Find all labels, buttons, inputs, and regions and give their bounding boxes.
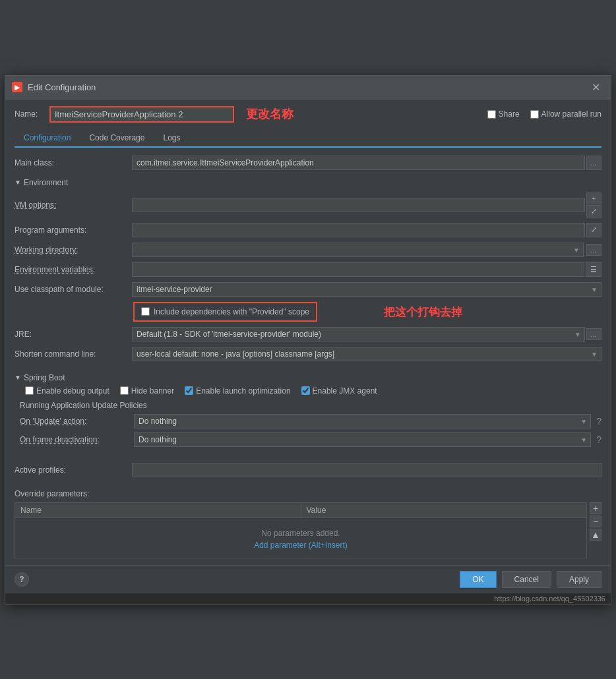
update-action-label: On 'Update' action:	[20, 417, 129, 426]
name-label: Name:	[15, 109, 44, 119]
no-params-text: No parameters added.	[261, 522, 340, 541]
working-dir-select[interactable]	[132, 243, 584, 257]
update-action-select-wrapper: Do nothing Update classes and resources …	[134, 414, 591, 428]
classpath-select[interactable]: itmei-service-provider	[132, 282, 601, 297]
active-profiles-label: Active profiles:	[15, 465, 127, 475]
parallel-run-checkbox-label[interactable]: Allow parallel run	[530, 109, 601, 119]
vm-options-input-wrapper: + ⤢	[132, 192, 601, 218]
move-up-button[interactable]: ▲	[590, 529, 601, 541]
tabs: Configuration Code Coverage Logs	[15, 129, 601, 148]
springboot-arrow-icon: ▼	[15, 374, 21, 381]
include-deps-box: Include dependencies with "Provided" sco…	[133, 302, 317, 322]
vm-options-expand-button[interactable]: ⤢	[586, 205, 601, 218]
program-args-label: Program arguments:	[15, 225, 127, 235]
jre-browse-button[interactable]: ...	[586, 328, 601, 340]
cancel-button[interactable]: Cancel	[502, 571, 551, 588]
override-params-section: Override parameters: Name Value No param…	[15, 489, 601, 558]
vm-options-add-button[interactable]: +	[586, 192, 601, 204]
program-args-expand-button[interactable]: ⤢	[586, 223, 601, 237]
ok-button[interactable]: OK	[460, 571, 496, 588]
include-deps-wrapper: Include dependencies with "Provided" sco…	[133, 302, 317, 322]
close-button[interactable]: ✕	[588, 80, 604, 95]
springboot-checkboxes: Enable debug output Hide banner Enable l…	[25, 386, 601, 396]
name-row: Name: 更改名称 Share Allow parallel run	[15, 106, 601, 123]
jmx-agent-label[interactable]: Enable JMX agent	[301, 386, 377, 396]
name-input[interactable]	[49, 106, 234, 123]
table-side-buttons: + − ▲	[590, 502, 601, 558]
remove-row-button[interactable]: −	[590, 516, 601, 527]
help-button[interactable]: ?	[15, 572, 29, 587]
edit-configuration-dialog: ▶ Edit Configuration ✕ Name: 更改名称 Share …	[5, 75, 611, 605]
share-checkbox[interactable]	[487, 110, 496, 119]
launch-optimization-label[interactable]: Enable launch optimization	[185, 386, 290, 396]
include-deps-label: Include dependencies with "Provided" sco…	[154, 307, 309, 316]
add-param-link[interactable]: Add parameter (Alt+Insert)	[254, 541, 348, 554]
launch-optimization-text: Enable launch optimization	[196, 386, 290, 396]
main-class-input-wrapper: ...	[132, 156, 601, 170]
springboot-section-header[interactable]: ▼ Spring Boot	[15, 373, 601, 382]
apply-button[interactable]: Apply	[557, 571, 601, 588]
main-class-browse-button[interactable]: ...	[586, 156, 601, 170]
tab-configuration[interactable]: Configuration	[15, 129, 80, 148]
jre-select-wrapper: Default (1.8 - SDK of 'itmei-service-pro…	[132, 327, 585, 341]
footer-left: ?	[15, 572, 29, 587]
program-args-row: Program arguments: ⤢	[15, 223, 601, 237]
working-dir-browse-button[interactable]: ...	[586, 244, 601, 256]
update-action-row: On 'Update' action: Do nothing Update cl…	[20, 414, 601, 428]
environment-label: Environment	[24, 178, 68, 187]
update-action-select[interactable]: Do nothing Update classes and resources …	[134, 414, 591, 428]
env-vars-input[interactable]	[132, 262, 584, 277]
jre-row: JRE: Default (1.8 - SDK of 'itmei-servic…	[15, 327, 601, 341]
working-dir-input-wrapper: ▼ ...	[132, 243, 601, 257]
main-class-input[interactable]	[132, 156, 585, 170]
jmx-agent-text: Enable JMX agent	[313, 386, 377, 396]
params-wrapper: Name Value No parameters added. Add para…	[15, 502, 601, 558]
frame-deactivation-label: On frame deactivation:	[20, 435, 129, 444]
vm-options-input[interactable]	[132, 198, 585, 212]
launch-optimization-checkbox[interactable]	[185, 386, 193, 395]
main-class-row: Main class: ...	[15, 156, 601, 170]
params-table-header: Name Value	[15, 503, 586, 518]
share-checkbox-label[interactable]: Share	[487, 109, 520, 119]
env-vars-row: Environment variables: ☰	[15, 262, 601, 277]
frame-deactivation-select-wrapper: Do nothing Update classes and resources …	[134, 432, 591, 447]
working-dir-row: Working directory: ▼ ...	[15, 243, 601, 257]
hide-banner-label[interactable]: Hide banner	[120, 386, 174, 396]
working-dir-select-wrapper: ▼	[132, 243, 584, 257]
include-deps-checkbox[interactable]	[141, 307, 150, 316]
shorten-cmd-select-wrapper: user-local default: none - java [options…	[132, 347, 601, 361]
add-row-button[interactable]: +	[590, 502, 601, 514]
dialog-body: Name: 更改名称 Share Allow parallel run Conf…	[5, 100, 611, 565]
frame-deactivation-row: On frame deactivation: Do nothing Update…	[20, 432, 601, 447]
tab-logs[interactable]: Logs	[154, 129, 189, 148]
classpath-label: Use classpath of module:	[15, 285, 127, 294]
environment-section-header[interactable]: ▼ Environment	[15, 178, 601, 187]
tab-code-coverage[interactable]: Code Coverage	[80, 129, 154, 148]
jre-select[interactable]: Default (1.8 - SDK of 'itmei-service-pro…	[132, 327, 585, 341]
env-vars-input-wrapper: ☰	[132, 262, 601, 277]
jre-input-wrapper: Default (1.8 - SDK of 'itmei-service-pro…	[132, 327, 601, 341]
url-bar: https://blog.csdn.net/qq_45502336	[5, 593, 611, 604]
env-vars-edit-button[interactable]: ☰	[586, 262, 601, 277]
hide-banner-checkbox[interactable]	[120, 386, 129, 395]
configuration-content: Main class: ... ▼ Environment VM options…	[15, 156, 601, 558]
policies-title: Running Application Update Policies	[20, 401, 601, 410]
program-args-input[interactable]	[132, 223, 585, 237]
debug-output-checkbox[interactable]	[25, 386, 34, 395]
frame-deactivation-select[interactable]: Do nothing Update classes and resources …	[134, 432, 591, 447]
jmx-agent-checkbox[interactable]	[301, 386, 310, 395]
shorten-cmd-select[interactable]: user-local default: none - java [options…	[132, 347, 601, 361]
hide-banner-text: Hide banner	[131, 386, 174, 396]
debug-output-label[interactable]: Enable debug output	[25, 386, 109, 396]
dialog-title: Edit Configuration	[28, 82, 582, 92]
main-class-label: Main class:	[15, 158, 127, 167]
program-args-input-wrapper: ⤢	[132, 223, 601, 237]
parallel-run-checkbox[interactable]	[530, 110, 539, 119]
active-profiles-input[interactable]	[132, 463, 601, 477]
jre-label: JRE:	[15, 330, 127, 339]
frame-deactivation-help-icon[interactable]: ?	[596, 434, 601, 445]
dialog-footer: ? OK Cancel Apply	[5, 565, 611, 593]
update-action-help-icon[interactable]: ?	[596, 416, 601, 427]
title-bar: ▶ Edit Configuration ✕	[5, 76, 611, 100]
vm-options-label: VM options:	[15, 200, 127, 210]
